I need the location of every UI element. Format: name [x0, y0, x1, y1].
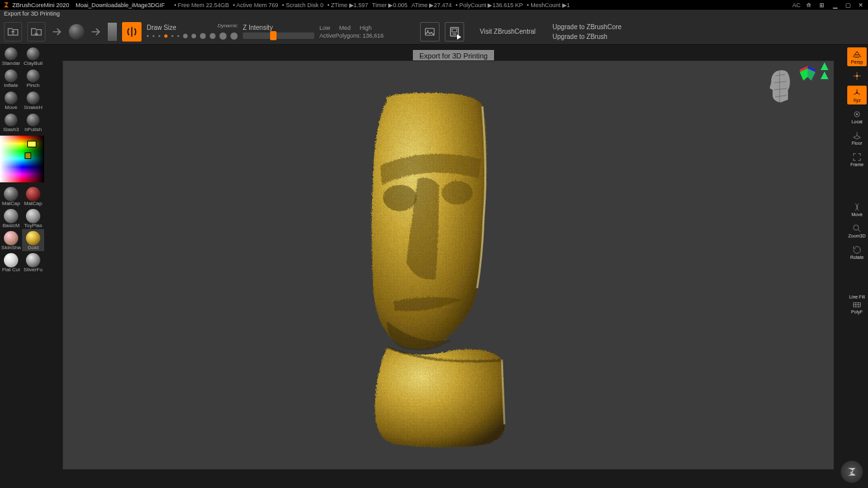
- export-3d-print-button[interactable]: [445, 22, 464, 42]
- svg-marker-15: [821, 71, 828, 79]
- zbrush-corner-logo-icon[interactable]: [841, 461, 863, 483]
- active-poly-count: 136,616: [363, 32, 384, 39]
- symmetry-button[interactable]: [122, 22, 142, 42]
- active-poly-label: ActivePolygons:: [319, 32, 361, 39]
- stat-active-mem: Active Mem 769: [233, 2, 279, 8]
- stat-atime: ATime ▶27.474: [412, 2, 452, 8]
- svg-point-7: [856, 114, 858, 116]
- grid-icon[interactable]: ⊞: [817, 1, 826, 9]
- material-ball-icon: [4, 187, 18, 201]
- xyz-button[interactable]: Xyz: [847, 86, 867, 104]
- persp-button[interactable]: Persp: [847, 47, 867, 66]
- brush-label: Move: [5, 104, 18, 110]
- nav-head-icon[interactable]: [766, 69, 796, 104]
- stat-free-mem: Free Mem 22.54GB: [174, 2, 229, 8]
- nav-gizmo-icon[interactable]: [818, 62, 831, 82]
- material-label: ToyPlas: [24, 223, 42, 228]
- stat-timer: Timer ▶0.005: [372, 2, 408, 8]
- color-swatch-primary[interactable]: [27, 141, 36, 147]
- local-button[interactable]: Local: [847, 107, 867, 126]
- stat-meshcount: MeshCount ▶1: [527, 2, 569, 8]
- material-silverfo[interactable]: SilverFo: [22, 251, 44, 273]
- rotate-button[interactable]: Rotate: [847, 243, 867, 262]
- move-button[interactable]: Move: [847, 200, 867, 219]
- z-intensity-label: Z Intensity: [243, 24, 314, 31]
- brush-label: Pinch: [27, 82, 40, 88]
- brush-ball-icon: [27, 92, 40, 104]
- sculpt-sphere-button[interactable]: [69, 24, 84, 40]
- poly-med-button[interactable]: Med: [340, 25, 351, 31]
- dynamic-label: Dynamic: [217, 23, 238, 29]
- brush-label: Inflate: [4, 82, 18, 88]
- material-matcap[interactable]: MatCap: [0, 185, 22, 207]
- brush-standar[interactable]: Standar: [0, 45, 22, 67]
- statusline: Export for 3D Printing: [0, 10, 868, 19]
- moai-model[interactable]: [341, 87, 510, 450]
- export-image-button[interactable]: [420, 22, 440, 42]
- material-matcap[interactable]: MatCap: [22, 185, 44, 207]
- z-intensity-slider[interactable]: [243, 32, 314, 39]
- material-label: SkinSha: [1, 245, 21, 250]
- material-basicm[interactable]: BasicM: [0, 207, 22, 229]
- brush-label: ClayBuil: [23, 60, 42, 66]
- gizmo-toggle-button[interactable]: [847, 69, 867, 83]
- brush-snakeh[interactable]: SnakeH: [22, 89, 44, 111]
- material-label: MatCap: [24, 201, 42, 206]
- brush-hpolish[interactable]: hPolish: [22, 111, 44, 133]
- open-file-button[interactable]: [4, 22, 22, 42]
- nav-cube-icon[interactable]: [799, 64, 817, 82]
- visit-zbrushcentral-link[interactable]: Visit ZBrushCentral: [480, 28, 536, 35]
- frame-button[interactable]: Frame: [847, 150, 867, 169]
- minimize-button[interactable]: ▁: [830, 1, 839, 9]
- close-button[interactable]: ✕: [856, 1, 865, 9]
- material-ball-icon: [26, 187, 40, 201]
- brush-ball-icon: [27, 47, 40, 60]
- stat-scratch: Scratch Disk 0: [282, 2, 324, 8]
- zoom-button[interactable]: Zoom3D: [847, 221, 867, 240]
- brush-pinch[interactable]: Pinch: [22, 67, 44, 89]
- viewport[interactable]: [62, 60, 834, 470]
- brush-slash3[interactable]: Slash3: [0, 111, 22, 133]
- material-flatcol[interactable]: Flat Col: [0, 251, 22, 273]
- material-toyplas[interactable]: ToyPlas: [22, 207, 44, 229]
- z-intensity-group: Z Intensity: [243, 24, 314, 39]
- upgrade-full-link[interactable]: Upgrade to ZBrush: [552, 33, 621, 40]
- svg-point-4: [856, 75, 858, 77]
- save-file-button[interactable]: [27, 22, 45, 42]
- brush-claybuil[interactable]: ClayBuil: [22, 45, 44, 67]
- upgrade-core-link[interactable]: Upgrade to ZBrushCore: [552, 23, 621, 30]
- arrow-right-icon-2: [90, 25, 103, 38]
- poly-high-button[interactable]: High: [360, 25, 372, 31]
- material-label: MatCap: [2, 201, 20, 206]
- svg-rect-3: [452, 29, 457, 32]
- draw-size-slider[interactable]: [147, 32, 238, 40]
- material-label: Flat Col: [2, 267, 20, 273]
- poly-low-button[interactable]: Low: [319, 25, 330, 31]
- material-skinsha[interactable]: SkinSha: [0, 229, 22, 251]
- brush-ball-icon: [5, 69, 18, 82]
- color-picker[interactable]: [0, 136, 44, 182]
- floor-button[interactable]: Floor: [847, 128, 867, 147]
- draw-size-group: Dynamic Draw Size: [147, 24, 238, 40]
- brush-label: Standar: [2, 60, 20, 66]
- options-icon[interactable]: ⟰: [804, 1, 813, 9]
- material-ball-icon: [26, 231, 40, 245]
- right-panel: Persp Xyz Local Floor Frame Move Zoom3D …: [846, 45, 868, 488]
- brush-ball-icon: [5, 114, 18, 127]
- material-label: BasicM: [3, 223, 19, 228]
- brush-inflate[interactable]: Inflate: [0, 67, 22, 89]
- linefill-button[interactable]: Line Fill PolyF: [847, 293, 867, 316]
- color-swatch-secondary[interactable]: [25, 152, 31, 159]
- material-gold[interactable]: Gold: [22, 229, 44, 251]
- sculpt-block-button[interactable]: [108, 23, 117, 41]
- brush-ball-icon: [5, 47, 18, 60]
- brush-label: hPolish: [25, 127, 42, 132]
- brush-label: Slash3: [3, 127, 19, 132]
- stat-polycount: PolyCount ▶136.615 KP: [456, 2, 523, 8]
- material-ball-icon: [26, 253, 40, 267]
- zbrush-logo-icon: [3, 1, 10, 8]
- file-title: Moai_Downloadable_iMage3DGIF: [76, 2, 166, 8]
- brush-move[interactable]: Move: [0, 89, 22, 111]
- maximize-button[interactable]: ▢: [843, 1, 852, 9]
- brush-grid: StandarClayBuilInflatePinchMoveSnakeHSla…: [0, 45, 44, 133]
